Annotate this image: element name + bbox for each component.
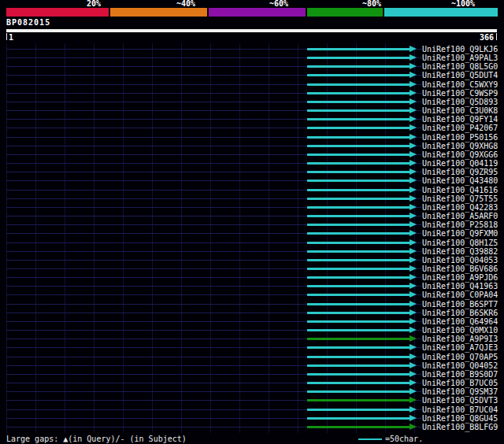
hit-label[interactable]: UniRef100_B6V686 xyxy=(422,265,498,273)
hit-label[interactable]: UniRef100_P50156 xyxy=(422,133,498,142)
hit-label[interactable]: UniRef100_Q04119 xyxy=(422,159,498,168)
hit-label[interactable]: UniRef100_Q04052 xyxy=(422,361,498,370)
hit-bar[interactable] xyxy=(307,101,410,103)
hit-label[interactable]: UniRef100_Q5DUT4 xyxy=(422,71,498,80)
hit-label[interactable]: UniRef100_B9S0D7 xyxy=(422,370,498,379)
hit-label[interactable]: UniRef100_Q5D893 xyxy=(422,98,498,106)
hit-arrow-icon xyxy=(410,424,417,430)
hit-label[interactable]: UniRef100_A9PJD6 xyxy=(422,273,498,282)
hit-row: UniRef100_Q9LKJ6 xyxy=(6,45,504,54)
hit-bar[interactable] xyxy=(307,57,410,59)
hit-bar[interactable] xyxy=(307,409,410,411)
hit-bar[interactable] xyxy=(307,198,410,200)
hit-label[interactable]: UniRef100_Q42283 xyxy=(422,203,498,212)
hit-label[interactable]: UniRef100_Q04053 xyxy=(422,256,498,265)
hit-arrow-icon xyxy=(410,239,417,246)
hit-bar[interactable] xyxy=(307,399,410,401)
hit-bar[interactable] xyxy=(307,426,410,428)
hit-bar[interactable] xyxy=(307,250,410,253)
hit-bar[interactable] xyxy=(307,179,410,182)
hit-label[interactable]: UniRef100_B6SPT7 xyxy=(422,300,498,309)
hit-bar[interactable] xyxy=(307,356,410,358)
hit-bar[interactable] xyxy=(307,136,410,139)
hit-label[interactable]: UniRef100_B8LFG9 xyxy=(422,423,498,431)
hit-bar[interactable] xyxy=(307,224,410,226)
hit-bar[interactable] xyxy=(307,92,410,94)
hit-bar[interactable] xyxy=(307,48,410,50)
hit-label[interactable]: UniRef100_B7UC05 xyxy=(422,379,498,387)
hit-bar[interactable] xyxy=(307,259,410,261)
hit-bar[interactable] xyxy=(307,189,410,191)
hit-label[interactable]: UniRef100_Q8L5G0 xyxy=(422,62,498,71)
hit-bar[interactable] xyxy=(307,294,410,296)
hit-bar[interactable] xyxy=(307,373,410,376)
hit-label[interactable]: UniRef100_Q39882 xyxy=(422,247,498,256)
hit-bar[interactable] xyxy=(307,206,410,209)
hit-bar[interactable] xyxy=(307,338,410,340)
hit-bar[interactable] xyxy=(307,329,410,331)
hit-label[interactable]: UniRef100_P42067 xyxy=(422,124,498,132)
hit-bar[interactable] xyxy=(307,276,410,279)
hit-label[interactable]: UniRef100_C9WSP9 xyxy=(422,89,498,98)
hit-label[interactable]: UniRef100_Q9FXM0 xyxy=(422,229,498,238)
large-gaps-legend: Large gaps: ▲(in Query)/- (in Subject) xyxy=(6,435,187,443)
hit-arrow-icon xyxy=(410,168,417,175)
hit-label[interactable]: UniRef100_P25818 xyxy=(422,220,498,229)
hit-label[interactable]: UniRef100_Q75T55 xyxy=(422,194,498,203)
hit-bar[interactable] xyxy=(307,285,410,287)
hit-label[interactable]: UniRef100_C3U0K8 xyxy=(422,106,498,115)
hit-label[interactable]: UniRef100_Q9XGG6 xyxy=(422,150,498,159)
hit-bar[interactable] xyxy=(307,303,410,305)
hit-label[interactable]: UniRef100_C5WXY9 xyxy=(422,80,498,89)
hit-label[interactable]: UniRef100_Q41616 xyxy=(422,186,498,194)
hit-bar[interactable] xyxy=(307,154,410,156)
identity-key-bar xyxy=(6,8,498,17)
hit-row: UniRef100_Q41963 xyxy=(6,282,504,290)
hit-label[interactable]: UniRef100_Q5DVT3 xyxy=(422,396,498,405)
hit-bar[interactable] xyxy=(307,162,410,165)
hit-bar[interactable] xyxy=(307,312,410,314)
hit-label[interactable]: UniRef100_Q8H1Z5 xyxy=(422,239,498,247)
hit-bar[interactable] xyxy=(307,232,410,235)
hit-label[interactable]: UniRef100_A9PAL3 xyxy=(422,54,498,62)
hit-label[interactable]: UniRef100_Q9LKJ6 xyxy=(422,45,498,54)
hit-label[interactable]: UniRef100_Q41963 xyxy=(422,282,498,290)
hit-label[interactable]: UniRef100_Q8GU45 xyxy=(422,414,498,423)
hit-label[interactable]: UniRef100_Q0MX10 xyxy=(422,326,498,335)
hit-bar[interactable] xyxy=(307,118,410,120)
hit-arrow-icon xyxy=(410,124,417,131)
hit-bar[interactable] xyxy=(307,382,410,384)
hit-label[interactable]: UniRef100_Q9ZR95 xyxy=(422,168,498,176)
hit-bar[interactable] xyxy=(307,171,410,173)
hit-label[interactable]: UniRef100_Q70AP5 xyxy=(422,353,498,361)
hit-bar[interactable] xyxy=(307,145,410,147)
hit-label[interactable]: UniRef100_B6SKR6 xyxy=(422,309,498,317)
hit-label[interactable]: UniRef100_Q64964 xyxy=(422,317,498,326)
hit-bar[interactable] xyxy=(307,83,410,86)
hit-bar[interactable] xyxy=(307,390,410,393)
hit-label[interactable]: UniRef100_C0PA04 xyxy=(422,290,498,299)
hit-bar[interactable] xyxy=(307,74,410,76)
hit-bar[interactable] xyxy=(307,268,410,270)
hit-label[interactable]: UniRef100_Q43480 xyxy=(422,176,498,185)
hit-bar[interactable] xyxy=(307,417,410,420)
hit-label[interactable]: UniRef100_B7UC04 xyxy=(422,405,498,414)
hit-bar[interactable] xyxy=(307,215,410,217)
hit-bar[interactable] xyxy=(307,320,410,323)
hit-bar[interactable] xyxy=(307,346,410,349)
hit-row: UniRef100_Q43480 xyxy=(6,176,504,185)
hit-bar[interactable] xyxy=(307,242,410,244)
hit-label[interactable]: UniRef100_Q9SM37 xyxy=(422,387,498,396)
hit-label[interactable]: UniRef100_A7QJE3 xyxy=(422,343,498,352)
scale-line-icon xyxy=(358,438,382,440)
hit-label[interactable]: UniRef100_Q9FY14 xyxy=(422,115,498,124)
hit-label[interactable]: UniRef100_Q9XHG8 xyxy=(422,142,498,150)
hit-bar[interactable] xyxy=(307,127,410,129)
hit-bar[interactable] xyxy=(307,109,410,112)
hit-label[interactable]: UniRef100_A5ARF0 xyxy=(422,212,498,220)
hit-row: UniRef100_A9PJD6 xyxy=(6,273,504,282)
hit-label[interactable]: UniRef100_A9P9I3 xyxy=(422,335,498,343)
hit-bar[interactable] xyxy=(307,364,410,367)
hit-arrow-icon xyxy=(410,151,417,157)
hit-bar[interactable] xyxy=(307,65,410,68)
